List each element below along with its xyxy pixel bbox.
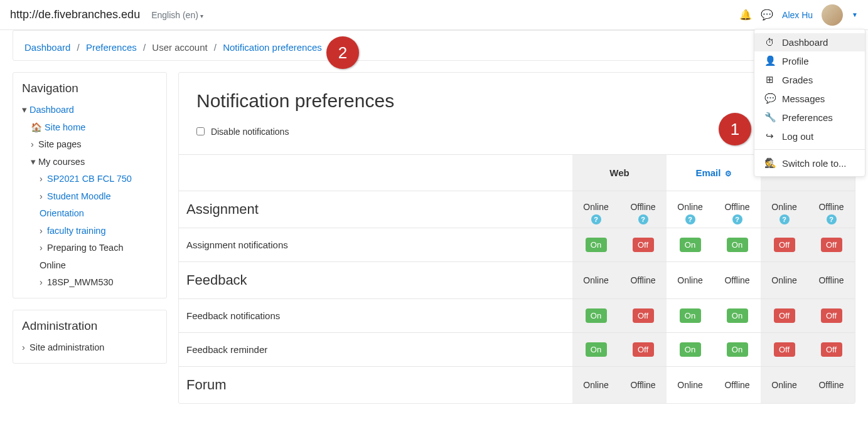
nav-course-5[interactable]: ›18SP_MWM530: [22, 274, 158, 292]
disable-notifications-checkbox[interactable]: [196, 127, 205, 135]
col-offline: Offline?: [619, 191, 667, 228]
toggle-off[interactable]: Off: [774, 308, 795, 323]
administration-block: Administration ›Site administration: [13, 310, 167, 364]
dd-logout[interactable]: ↪Log out: [754, 127, 865, 145]
nav-my-courses[interactable]: ▾My courses: [22, 154, 158, 171]
toggle-on[interactable]: On: [727, 308, 748, 323]
nav-course-2b[interactable]: Orientation: [22, 205, 158, 223]
speech-icon: 💬: [764, 93, 774, 104]
help-icon[interactable]: ?: [732, 214, 742, 224]
th-email[interactable]: Email ⚙: [667, 155, 761, 191]
col-online: Online?: [572, 191, 619, 228]
th-blank: [179, 155, 572, 191]
row-feedback-notifications: Feedback notifications On Off On On Off …: [179, 299, 855, 333]
toggle-off[interactable]: Off: [633, 342, 654, 357]
toggle-off[interactable]: Off: [774, 342, 795, 357]
topbar: http://de.fivebranches.edu English (en) …: [0, 0, 868, 30]
col-online: Online?: [667, 191, 714, 228]
th-web: Web: [572, 155, 667, 191]
col-online: Online?: [761, 191, 808, 228]
col-offline: Offline?: [808, 191, 855, 228]
toggle-off[interactable]: Off: [774, 238, 795, 252]
dd-grades[interactable]: ⊞Grades: [754, 70, 865, 89]
bell-icon[interactable]: 🔔: [739, 9, 752, 21]
section-feedback: Feedback Online Offline Online Offline O…: [179, 262, 855, 299]
section-forum: Forum Online Offline Online Offline Onli…: [179, 367, 855, 404]
help-icon[interactable]: ?: [591, 214, 601, 224]
annotation-1: 1: [719, 113, 751, 145]
nav-course-4[interactable]: ›Preparing to Teach: [22, 240, 158, 257]
gear-icon[interactable]: ⚙: [725, 169, 732, 178]
nav-title: Navigation: [22, 82, 158, 95]
page-title: Notification preferences: [196, 90, 837, 112]
toggle-off[interactable]: Off: [821, 342, 842, 357]
nav-site-home[interactable]: 🏠Site home: [22, 119, 158, 137]
tachometer-icon: ⏱: [764, 37, 774, 48]
toggle-on[interactable]: On: [586, 238, 607, 252]
nav-course-2[interactable]: ›Student Moodle: [22, 188, 158, 206]
disable-notifications-label[interactable]: Disable notifications: [196, 127, 289, 137]
language-selector[interactable]: English (en): [151, 10, 203, 20]
user-dropdown: ⏱Dashboard 👤Profile ⊞Grades 💬Messages 🔧P…: [754, 29, 865, 177]
dd-messages[interactable]: 💬Messages: [754, 89, 865, 108]
toggle-off[interactable]: Off: [633, 238, 654, 252]
user-menu-caret[interactable]: ▼: [852, 11, 858, 18]
grid-icon: ⊞: [764, 74, 774, 85]
help-icon[interactable]: ?: [638, 214, 648, 224]
sidebar: Navigation ▾Dashboard 🏠Site home ›Site p…: [13, 72, 167, 375]
dd-separator: [754, 149, 865, 150]
toggle-on[interactable]: On: [680, 342, 701, 357]
help-icon[interactable]: ?: [685, 214, 695, 224]
admin-title: Administration: [22, 319, 158, 333]
dd-dashboard[interactable]: ⏱Dashboard: [754, 33, 865, 51]
signout-icon: ↪: [764, 130, 774, 142]
nav-site-admin[interactable]: ›Site administration: [22, 339, 158, 357]
toggle-on[interactable]: On: [680, 308, 701, 323]
wrench-icon: 🔧: [764, 112, 774, 123]
user-name-link[interactable]: Alex Hu: [782, 10, 813, 20]
nav-dashboard[interactable]: ▾Dashboard: [22, 102, 158, 119]
toggle-off[interactable]: Off: [633, 308, 654, 323]
toggle-on[interactable]: On: [727, 238, 748, 252]
toggle-on[interactable]: On: [727, 342, 748, 357]
spy-icon: 🕵: [764, 157, 774, 169]
breadcrumb-card: Dashboard / Preferences / User account /…: [13, 30, 855, 61]
section-assignment: Assignment Online? Offline? Online? Offl…: [179, 191, 855, 228]
toggle-on[interactable]: On: [680, 238, 701, 252]
topbar-right: 🔔 💬 Alex Hu ▼: [739, 4, 858, 26]
crumb-preferences[interactable]: Preferences: [86, 42, 137, 53]
crumb-dashboard[interactable]: Dashboard: [24, 42, 70, 53]
help-icon[interactable]: ?: [780, 214, 790, 224]
user-icon: 👤: [764, 55, 774, 66]
crumb-user-account: User account: [152, 42, 207, 53]
row-assignment-notifications: Assignment notifications On Off On On Of…: [179, 228, 855, 262]
row-feedback-reminder: Feedback reminder On Off On On Off Off: [179, 333, 855, 367]
nav-course-4b[interactable]: Online: [22, 257, 158, 275]
crumb-notif-pref[interactable]: Notification preferences: [223, 42, 322, 53]
site-url: http://de.fivebranches.edu: [10, 8, 140, 21]
dd-switch-role[interactable]: 🕵Switch role to...: [754, 154, 865, 172]
toggle-off[interactable]: Off: [821, 308, 842, 323]
annotation-2: 2: [326, 36, 359, 69]
nav-course-1[interactable]: ›SP2021 CB FCL 750: [22, 171, 158, 188]
chat-icon[interactable]: 💬: [761, 9, 773, 21]
col-offline: Offline?: [714, 191, 761, 228]
nav-course-3[interactable]: ›faculty training: [22, 223, 158, 240]
toggle-off[interactable]: Off: [821, 238, 842, 252]
dd-preferences[interactable]: 🔧Preferences: [754, 108, 865, 127]
help-icon[interactable]: ?: [827, 214, 837, 224]
navigation-block: Navigation ▾Dashboard 🏠Site home ›Site p…: [13, 72, 167, 298]
toggle-on[interactable]: On: [586, 342, 607, 357]
home-icon: 🏠: [31, 122, 42, 132]
prefs-table: Web Email ⚙ Assignment Online? Offline? …: [179, 154, 855, 403]
nav-site-pages[interactable]: ›Site pages: [22, 136, 158, 154]
toggle-on[interactable]: On: [586, 308, 607, 323]
avatar[interactable]: [822, 4, 843, 26]
dd-profile[interactable]: 👤Profile: [754, 51, 865, 70]
breadcrumb: Dashboard / Preferences / User account /…: [24, 42, 844, 53]
